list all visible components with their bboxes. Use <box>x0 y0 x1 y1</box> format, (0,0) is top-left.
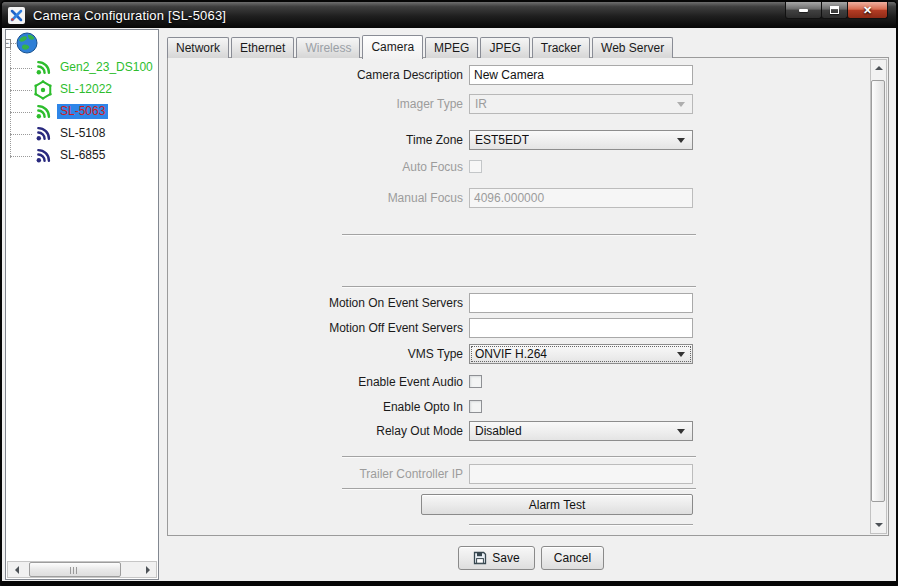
tree-item-label: SL-12022 <box>57 82 115 97</box>
scroll-left-icon <box>15 566 19 574</box>
time-zone-label: Time Zone <box>168 130 463 150</box>
separator <box>469 524 693 525</box>
relay-out-mode-value: Disabled <box>475 422 522 440</box>
restore-button[interactable] <box>821 2 848 19</box>
time-zone-dropdown[interactable]: EST5EDT <box>469 130 693 150</box>
motion-off-event-servers-input[interactable] <box>469 318 693 338</box>
tab-bar: Network Ethernet Wireless Camera MPEG JP… <box>167 35 675 58</box>
minimize-button[interactable] <box>785 2 822 19</box>
enable-opto-in-checkbox[interactable] <box>469 400 482 413</box>
vms-type-dropdown[interactable]: ONVIF H.264 <box>469 344 693 364</box>
wifi-signal-icon <box>32 145 54 167</box>
motion-on-event-servers-label: Motion On Event Servers <box>168 293 463 313</box>
time-zone-value: EST5EDT <box>475 131 529 149</box>
tab-network[interactable]: Network <box>167 37 229 58</box>
device-tree-panel: − <box>5 29 159 580</box>
imager-type-label: Imager Type <box>168 94 463 114</box>
save-label: Save <box>492 551 519 565</box>
tab-camera[interactable]: Camera <box>362 35 423 59</box>
scroll-right-icon <box>146 566 150 574</box>
separator <box>342 234 696 235</box>
tab-wireless: Wireless <box>296 37 360 58</box>
chevron-down-icon <box>677 429 685 434</box>
motion-off-event-servers-label: Motion Off Event Servers <box>168 318 463 338</box>
vms-type-value: ONVIF H.264 <box>475 345 547 363</box>
save-floppy-icon <box>473 551 487 565</box>
tree-item-sl-6855[interactable]: SL-6855 <box>6 146 158 167</box>
manual-focus-input <box>469 188 693 208</box>
scroll-left-button[interactable] <box>8 562 25 577</box>
tree-horizontal-scrollbar <box>7 561 157 578</box>
client-area: − <box>2 28 896 581</box>
save-button[interactable]: Save <box>458 546 535 570</box>
restore-icon <box>830 6 839 14</box>
scroll-up-button[interactable] <box>871 60 886 76</box>
enable-opto-in-label: Enable Opto In <box>168 397 463 417</box>
close-button[interactable]: ✕ <box>847 2 888 19</box>
tree-item-label: SL-5108 <box>57 126 108 141</box>
separator <box>342 456 696 457</box>
tab-mpeg[interactable]: MPEG <box>425 37 478 58</box>
tab-jpeg[interactable]: JPEG <box>480 37 529 58</box>
manual-focus-label: Manual Focus <box>168 188 463 208</box>
window-title: Camera Configuration [SL-5063] <box>33 8 226 23</box>
chevron-down-icon <box>677 102 685 107</box>
enable-event-audio-label: Enable Event Audio <box>168 372 463 392</box>
camera-configuration-window: Camera Configuration [SL-5063] ✕ − <box>0 0 898 586</box>
auto-focus-label: Auto Focus <box>168 157 463 177</box>
motion-on-event-servers-input[interactable] <box>469 293 693 313</box>
cancel-button[interactable]: Cancel <box>541 546 604 570</box>
tab-web-server[interactable]: Web Server <box>592 37 673 58</box>
tab-tracker[interactable]: Tracker <box>532 37 590 58</box>
enable-event-audio-checkbox[interactable] <box>469 375 482 388</box>
imager-type-value: IR <box>475 95 487 113</box>
alarm-test-label: Alarm Test <box>529 498 585 512</box>
chevron-down-icon <box>677 138 685 143</box>
hexagon-node-icon <box>32 79 54 101</box>
tree-item-sl-5063-selected[interactable]: SL-5063 <box>6 102 158 123</box>
alarm-test-button[interactable]: Alarm Test <box>421 494 693 515</box>
relay-out-mode-label: Relay Out Mode <box>168 421 463 441</box>
chevron-down-icon <box>677 352 685 357</box>
trailer-controller-ip-input <box>469 464 693 484</box>
tree-item-sl-12022[interactable]: SL-12022 <box>6 80 158 101</box>
tab-ethernet[interactable]: Ethernet <box>231 37 294 58</box>
tree-item-gen2-23-ds100[interactable]: Gen2_23_DS100 <box>6 58 158 79</box>
vms-type-label: VMS Type <box>168 344 463 364</box>
camera-description-input[interactable] <box>469 65 693 85</box>
app-icon <box>8 7 25 24</box>
cancel-label: Cancel <box>554 551 591 565</box>
tree-item-sl-5108[interactable]: SL-5108 <box>6 124 158 145</box>
scroll-down-button[interactable] <box>871 517 886 533</box>
tree-root-globe-icon[interactable] <box>15 31 39 55</box>
scroll-grip-icon <box>70 567 79 574</box>
wifi-signal-icon <box>32 57 54 79</box>
scroll-right-button[interactable] <box>139 562 156 577</box>
auto-focus-checkbox <box>469 160 482 173</box>
scroll-down-icon <box>875 523 883 527</box>
close-icon: ✕ <box>863 5 872 16</box>
vertical-scroll-thumb[interactable] <box>871 80 885 502</box>
camera-tab-panel: Camera Description Imager Type IR Time Z… <box>167 57 889 536</box>
trailer-controller-ip-label: Trailer Controller IP <box>168 464 463 484</box>
wifi-signal-icon <box>32 123 54 145</box>
panel-vertical-scrollbar <box>870 59 887 534</box>
horizontal-scroll-thumb[interactable] <box>29 562 121 577</box>
title-bar: Camera Configuration [SL-5063] ✕ <box>2 2 896 28</box>
relay-out-mode-dropdown[interactable]: Disabled <box>469 421 693 441</box>
wifi-signal-icon <box>32 101 54 123</box>
camera-description-label: Camera Description <box>168 65 463 85</box>
imager-type-dropdown: IR <box>469 94 693 114</box>
tree-item-label-selected: SL-5063 <box>57 104 108 119</box>
scroll-up-icon <box>875 66 883 70</box>
tree-item-label: SL-6855 <box>57 148 108 163</box>
tree-item-label: Gen2_23_DS100 <box>57 60 156 75</box>
separator <box>342 488 696 489</box>
minimize-icon <box>799 9 808 12</box>
separator <box>342 286 696 287</box>
